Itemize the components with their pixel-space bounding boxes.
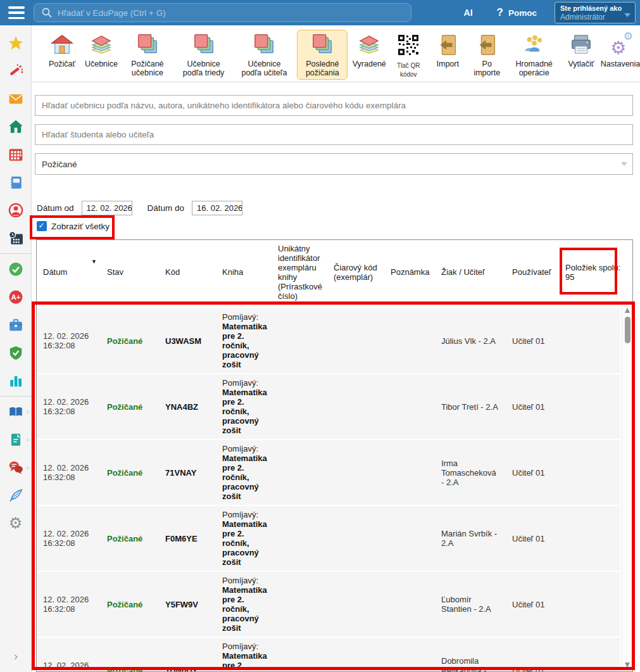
cell-total (559, 403, 620, 410)
cell-note (384, 600, 435, 608)
date-from-label: Dátum od (37, 203, 74, 213)
scroll-up-icon[interactable] (625, 308, 630, 313)
scroll-down-icon[interactable] (625, 662, 630, 668)
table-row[interactable]: 12. 02. 202616:32:08 Požičané YNA4BZ Pom… (37, 374, 620, 439)
house-icon (49, 32, 75, 58)
column-header-total: Položiek spolu: 95 (559, 263, 632, 282)
column-header-code[interactable]: Kód (159, 267, 216, 277)
ai-button[interactable]: AI (464, 8, 473, 18)
toolbar-item-vyradene[interactable]: Vyradené (351, 30, 387, 71)
toolbar-item-pozicane-ucebnice[interactable]: Požičané učebnice (123, 30, 172, 80)
column-header-date[interactable]: ▼Dátum (37, 267, 101, 277)
cell-uid (272, 600, 327, 608)
cell-student: Tibor Tretí - 2.A (435, 398, 506, 415)
cell-status: Požičané (101, 464, 159, 481)
cell-note (384, 403, 435, 410)
column-header-user[interactable]: Používateľ (506, 267, 559, 277)
show-all-checkbox-row[interactable]: Zobraziť všetky (37, 221, 110, 231)
toolbar-item-hromadne-operacie[interactable]: Hromadné operácie (508, 30, 560, 80)
table-header: ▼Dátum Stav Kód Kniha Unikátny identifik… (37, 240, 632, 304)
scrollbar-thumb[interactable] (625, 317, 631, 343)
global-search-input[interactable] (58, 8, 387, 18)
column-header-barcode[interactable]: Čiarový kód (exemplár) (327, 263, 384, 282)
toolbar-item-nastavenia[interactable]: ⚙⚙ Nastavenia (603, 30, 638, 71)
table-row[interactable]: 12. 02. 202616:32:08 Požičané U3WASM Pom… (37, 308, 620, 373)
column-header-status[interactable]: Stav (101, 267, 159, 277)
toolbar-item-vytlacit[interactable]: Vytlačiť (563, 30, 599, 71)
sidebar-item-security[interactable] (2, 339, 30, 367)
edupage-library-page: AI ? Pomoc Ste prihlásený ako Administrá… (0, 0, 640, 672)
magnifier-icon (42, 8, 52, 18)
date-range-row: Dátum od Dátum do (37, 200, 258, 215)
sidebar-item-library[interactable]: › (2, 398, 30, 426)
cell-note (384, 535, 435, 542)
sidebar-item-results[interactable] (2, 367, 30, 395)
global-search[interactable] (34, 3, 411, 22)
sidebar-item-documents[interactable]: › (2, 426, 30, 453)
sidebar-item-wizard[interactable] (2, 57, 30, 85)
document-icon (8, 432, 23, 447)
sidebar-item-messages[interactable] (2, 85, 30, 113)
sidebar-item-communication[interactable]: › (2, 453, 30, 481)
hamburger-icon[interactable] (8, 6, 25, 19)
person-search-input[interactable] (35, 124, 633, 145)
cell-uid (272, 337, 327, 345)
toolbar-item-pozicat[interactable]: Požičať (44, 30, 80, 71)
toolbar-item-import[interactable]: Import (430, 30, 465, 71)
column-header-student[interactable]: Žiak / Učiteľ (435, 267, 506, 277)
toolbar-item-tlac-qr-kodov[interactable]: Tlač QR kódov (391, 30, 426, 82)
date-from-input[interactable] (82, 201, 132, 215)
toolbar-item-ucebnice-podla-triedy[interactable]: Učebnice podľa triedy (176, 30, 232, 80)
cell-total (559, 469, 620, 476)
sidebar-item-students[interactable] (2, 196, 30, 224)
status-select[interactable]: Požičané (35, 153, 633, 175)
toolbar-item-po-importe[interactable]: Po importe (469, 30, 505, 80)
cell-date: 12. 02. 202616:32:08 (37, 393, 101, 420)
cell-code: U3WASM (159, 333, 216, 350)
column-header-uid[interactable]: Unikátny identifikátor exempláru knihy (… (272, 244, 327, 301)
show-all-checkbox[interactable] (37, 221, 47, 231)
stacked-cards-icon (310, 32, 335, 58)
sidebar-item-exams[interactable] (2, 481, 30, 509)
table-row[interactable]: 12. 02. 202616:32:08 Požičané 1UN0UY Pom… (37, 638, 620, 671)
cell-code: 1UN0UY (159, 662, 216, 672)
cell-total (559, 666, 620, 671)
briefcase-icon (8, 317, 23, 333)
sidebar-item-home[interactable] (2, 113, 30, 141)
sidebar: A+ › › › ⚙ › (0, 25, 32, 672)
chevron-right-icon: › (27, 408, 29, 415)
table-row[interactable]: 12. 02. 202616:32:08 Požičané 71VNAY Pom… (37, 440, 620, 505)
status-select-value: Požičané (42, 160, 77, 169)
toolbar-item-posledne-pozicania[interactable]: Posledné požičania (297, 30, 348, 80)
sidebar-item-settings[interactable]: ⚙ (2, 509, 30, 537)
cell-barcode (327, 403, 384, 410)
toolbar-item-ucebnice-podla-ucitela[interactable]: Učebnice podľa učiteľa (235, 30, 294, 80)
column-header-note[interactable]: Poznámka (384, 267, 435, 277)
date-to-input[interactable] (192, 201, 242, 215)
book-search-input[interactable] (35, 95, 633, 116)
cell-status: Požičané (101, 662, 159, 672)
sidebar-item-grades[interactable]: A+ (2, 283, 30, 311)
toolbar-item-ucebnice[interactable]: Učebnice (84, 30, 119, 71)
sidebar-item-attendance[interactable] (2, 224, 30, 252)
table-row[interactable]: 12. 02. 202616:32:08 Požičané F0M6YE Pom… (37, 506, 620, 571)
table-row[interactable]: 12. 02. 202616:32:08 Požičané Y5FW9V Pom… (37, 572, 620, 637)
check-circle-icon (8, 262, 23, 277)
vertical-scrollbar[interactable] (622, 304, 632, 671)
sidebar-item-timetable[interactable] (2, 141, 30, 168)
help-button[interactable]: ? Pomoc (497, 6, 537, 19)
person-icon (8, 203, 23, 218)
cell-book: Pomíjavý:Matematika pre 2. ročník, praco… (216, 308, 272, 373)
expand-chevron-icon[interactable]: › (0, 650, 32, 663)
logged-in-user-dropdown[interactable]: Ste prihlásený ako Administrátor (555, 2, 636, 23)
stacked-cards-icon (251, 32, 277, 58)
sidebar-item-classbook[interactable] (2, 168, 30, 196)
column-header-book[interactable]: Kniha (216, 267, 272, 277)
sidebar-item-agenda[interactable] (2, 311, 30, 339)
cell-book: Pomíjavý:Matematika pre 2. ročník, praco… (216, 506, 272, 571)
library-toolbar: Požičať Učebnice Požičané učebnice Učebn… (32, 25, 640, 82)
sidebar-item-approvals[interactable] (2, 255, 30, 283)
date-to-label: Dátum do (147, 203, 185, 213)
import-door-icon (435, 32, 460, 58)
sidebar-item-favorites[interactable] (2, 29, 30, 57)
